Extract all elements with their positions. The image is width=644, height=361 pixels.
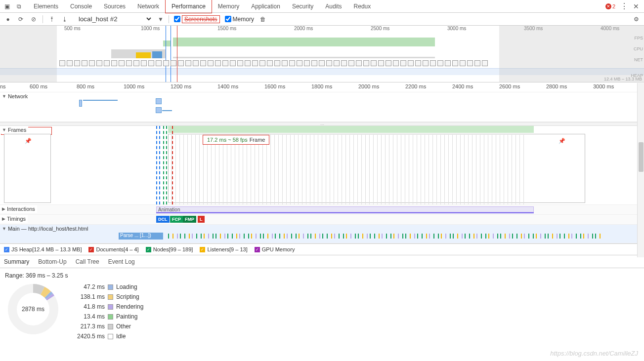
- btab-calltree[interactable]: Call Tree: [76, 256, 99, 267]
- frame-thumbnail-left[interactable]: [4, 134, 51, 203]
- overview-mask-right[interactable]: [499, 26, 644, 82]
- main-track[interactable]: ▼Main — http://local_host/test.html Pars…: [0, 225, 644, 243]
- dcl-line: [156, 126, 157, 204]
- interactions-track[interactable]: ▶Interactions Animation: [0, 205, 644, 215]
- overview-pane[interactable]: 500 ms 1000 ms 1500 ms 2000 ms 2500 ms 3…: [0, 26, 644, 82]
- tab-network[interactable]: Network: [131, 0, 165, 13]
- mem-jsheap[interactable]: ✓JS Heap[12.4 MB – 13.3 MB]: [4, 246, 82, 252]
- record-icon[interactable]: ●: [4, 15, 12, 23]
- summary-total: 2878 ms: [22, 306, 44, 313]
- btab-bottomup[interactable]: Bottom-Up: [38, 256, 66, 267]
- settings-gear-icon[interactable]: ⚙: [632, 15, 640, 23]
- legend-idle: 2420.5 msIdle: [75, 331, 143, 341]
- summary-pane: Range: 369 ms – 3.25 s 2878 ms 47.2 msLo…: [0, 268, 644, 346]
- timing-fcp[interactable]: FCP: [170, 216, 183, 223]
- overview-marker-red: [177, 26, 177, 82]
- timing-fmp[interactable]: FMP: [183, 216, 196, 223]
- memory-legend-bar: ✓JS Heap[12.4 MB – 13.3 MB] ✓Documents[4…: [0, 243, 644, 255]
- scroll-thumb[interactable]: [639, 142, 644, 172]
- main-track-header[interactable]: ▼Main — http://local_host/test.html: [0, 225, 90, 233]
- interactions-track-header[interactable]: ▶Interactions: [0, 205, 37, 213]
- memory-checkbox[interactable]: Memory: [225, 16, 254, 23]
- tab-security[interactable]: Security: [286, 0, 319, 13]
- watermark: https://blog.csdn.net/CamilleZJ: [550, 350, 638, 357]
- trash-icon[interactable]: 🗑: [259, 15, 267, 23]
- track-divider[interactable]: ⋯: [0, 122, 644, 126]
- tab-memory[interactable]: Memory: [212, 0, 245, 13]
- frames-track-header[interactable]: ▼Frames: [0, 126, 28, 134]
- btab-eventlog[interactable]: Event Log: [108, 256, 135, 267]
- pin-icon-right: 📌: [558, 138, 565, 144]
- mem-listeners[interactable]: ✓Listeners[9 – 13]: [200, 246, 247, 252]
- performance-toolbar: ● ⟳ ⊘ ⭱ ⭳ local_host #2 ▼ Screenshots Me…: [0, 13, 644, 26]
- frames-track[interactable]: ▼Frames 📌 📌 17.2 ms ~ 58 fps Frame: [0, 126, 644, 205]
- overview-marker-blue: [166, 26, 166, 82]
- timing-dcl[interactable]: DCL: [156, 216, 170, 223]
- tab-sources[interactable]: Sources: [98, 0, 131, 13]
- main-parse-task[interactable]: Parse ... [1...]): [119, 233, 163, 240]
- mem-gpu[interactable]: ✓GPU Memory: [255, 246, 295, 252]
- error-badge[interactable]: ✕2: [605, 3, 615, 9]
- kebab-icon[interactable]: ⋮: [620, 1, 628, 11]
- legend-painting: 13.4 msPainting: [75, 312, 143, 321]
- tab-audits[interactable]: Audits: [319, 0, 347, 13]
- flame-ruler[interactable]: ns 600 ms 800 ms 1000 ms 1200 ms 1400 ms…: [0, 82, 644, 92]
- legend-other: 217.3 msOther: [75, 321, 143, 331]
- tab-console[interactable]: Console: [64, 0, 98, 13]
- animation-underline: [156, 212, 534, 213]
- timings-track-header[interactable]: ▶Timings: [0, 215, 28, 223]
- timing-load[interactable]: L: [198, 216, 205, 223]
- devtools-tabs-bar: ▣ ⧉ Elements Console Sources Network Per…: [0, 0, 644, 13]
- inspect-icon[interactable]: ▣: [3, 2, 11, 10]
- overview-net-boxes: [59, 58, 634, 68]
- fcp-line: [163, 126, 164, 204]
- mem-nodes[interactable]: ✓Nodes[99 – 189]: [146, 246, 193, 252]
- overview-mask-left[interactable]: [0, 26, 57, 82]
- timings-track[interactable]: ▶Timings DCL FCP FMP L: [0, 215, 644, 225]
- btab-summary[interactable]: Summary: [4, 256, 29, 267]
- overview-marker-blue2: [171, 26, 171, 82]
- vertical-scrollbar[interactable]: [637, 83, 644, 257]
- device-icon[interactable]: ⧉: [15, 2, 23, 10]
- summary-donut: 2878 ms: [6, 282, 60, 336]
- animation-bar[interactable]: Animation: [156, 206, 534, 212]
- pin-icon: 📌: [25, 138, 32, 144]
- clear-icon[interactable]: ⊘: [30, 15, 38, 23]
- close-icon[interactable]: ✕: [633, 2, 639, 10]
- download-icon[interactable]: ⭳: [61, 15, 69, 23]
- recording-select[interactable]: local_host #2: [74, 14, 153, 24]
- dcl-line2: [159, 126, 160, 204]
- network-track-header[interactable]: ▼Network: [0, 92, 30, 100]
- screenshots-checkbox[interactable]: Screenshots: [174, 15, 220, 23]
- network-track[interactable]: ▼Network: [0, 92, 644, 122]
- tab-performance[interactable]: Performance: [165, 0, 212, 13]
- tab-redux[interactable]: Redux: [348, 0, 377, 13]
- frame-tooltip: 17.2 ms ~ 58 fps Frame: [203, 135, 269, 145]
- reload-icon[interactable]: ⟳: [17, 15, 25, 23]
- tab-application[interactable]: Application: [245, 0, 286, 13]
- mem-documents[interactable]: ✓Documents[4 – 4]: [88, 246, 138, 252]
- legend-loading: 47.2 msLoading: [75, 282, 143, 292]
- summary-legend: 47.2 msLoading 138.1 msScripting 41.8 ms…: [75, 282, 143, 341]
- upload-icon[interactable]: ⭱: [48, 15, 56, 23]
- legend-scripting: 138.1 msScripting: [75, 292, 143, 302]
- legend-rendering: 41.8 msRendering: [75, 302, 143, 312]
- summary-range: Range: 369 ms – 3.25 s: [5, 272, 68, 279]
- tab-elements[interactable]: Elements: [28, 0, 64, 13]
- details-tabs: Summary Bottom-Up Call Tree Event Log: [0, 255, 644, 268]
- fmp-line: [166, 126, 167, 204]
